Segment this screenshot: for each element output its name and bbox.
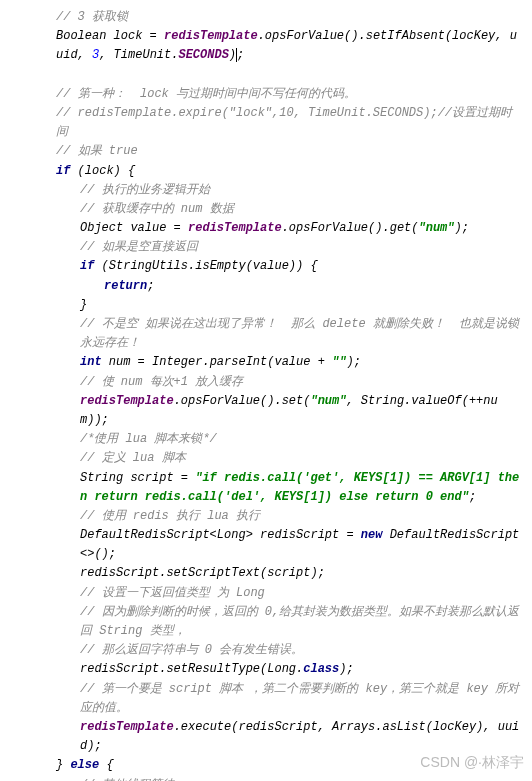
comment: // redisTemplate.expire("lock",10, TimeU… (8, 104, 524, 142)
comment: // 那么返回字符串与 0 会有发生错误。 (8, 641, 524, 660)
code-line: if (StringUtils.isEmpty(value)) { (8, 257, 524, 276)
code-line: } (8, 296, 524, 315)
comment: // 不是空 如果说在这出现了异常！ 那么 delete 就删除失败！ 也就是说… (8, 315, 524, 353)
code-line: Boolean lock = redisTemplate.opsForValue… (8, 27, 524, 65)
code-line: if (lock) { (8, 162, 524, 181)
code-line: DefaultRedisScript<Long> redisScript = n… (8, 526, 524, 564)
comment: // 第一个要是 script 脚本 ，第二个需要判断的 key，第三个就是 k… (8, 680, 524, 718)
code-line: String script = "if redis.call('get', KE… (8, 469, 524, 507)
code-line: redisScript.setScriptText(script); (8, 564, 524, 583)
comment: // 如果 true (8, 142, 524, 161)
watermark: CSDN @·林泽宇 (420, 751, 524, 773)
comment: // 获取缓存中的 num 数据 (8, 200, 524, 219)
code-line: Object value = redisTemplate.opsForValue… (8, 219, 524, 238)
comment: // 第一种： lock 与过期时间中间不写任何的代码。 (8, 85, 524, 104)
comment: // 设置一下返回值类型 为 Long (8, 584, 524, 603)
comment: // 使用 redis 执行 lua 执行 (8, 507, 524, 526)
comment: // 因为删除判断的时候，返回的 0,给其封装为数据类型。如果不封装那么默认返回… (8, 603, 524, 641)
comment: // 定义 lua 脚本 (8, 449, 524, 468)
code-line: redisScript.setResultType(Long.class); (8, 660, 524, 679)
comment: // 3 获取锁 (8, 8, 524, 27)
code-line: redisTemplate.opsForValue().set("num", S… (8, 392, 524, 430)
comment: // 其他线程等待 (8, 776, 524, 782)
comment: // 如果是空直接返回 (8, 238, 524, 257)
code-line: return; (8, 277, 524, 296)
comment: // 使 num 每次+1 放入缓存 (8, 373, 524, 392)
code-line: int num = Integer.parseInt(value + ""); (8, 353, 524, 372)
comment: /*使用 lua 脚本来锁*/ (8, 430, 524, 449)
comment: // 执行的业务逻辑开始 (8, 181, 524, 200)
